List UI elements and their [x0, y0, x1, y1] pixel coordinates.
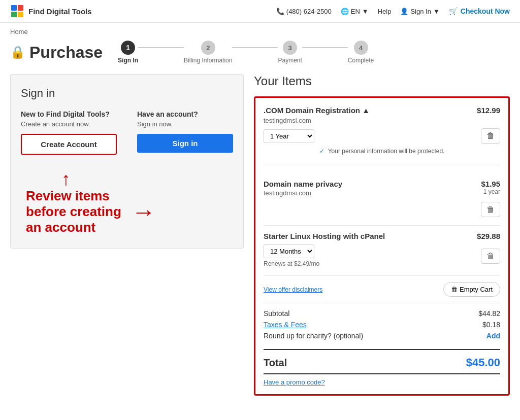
create-account-button[interactable]: Create Account [21, 134, 117, 155]
have-label: Have an account? [137, 110, 233, 118]
domain-duration-select[interactable]: 1 Year 2 Years 5 Years [264, 129, 314, 143]
trash-icon: 🗑 [451, 286, 458, 293]
globe-icon: 🌐 [341, 8, 349, 15]
phone-icon: 📞 [276, 8, 284, 15]
privacy-item-name: Domain name privacy [264, 180, 342, 188]
hosting-name: Starter Linux Hosting with cPanel [264, 232, 385, 240]
privacy-item-price: $1.95 [481, 180, 500, 188]
taxes-link[interactable]: Taxes & Fees [264, 321, 307, 329]
hosting-price: $29.88 [477, 232, 500, 240]
svg-rect-3 [18, 12, 23, 17]
taxes-row: Taxes & Fees $0.18 [264, 321, 500, 329]
items-box: .COM Domain Registration ▲ $12.99 testin… [254, 96, 510, 396]
step-circle-1: 1 [121, 41, 135, 55]
subtotal-row: Subtotal $44.82 [264, 309, 500, 318]
items-title: Your Items [254, 74, 510, 88]
hosting-delete-button[interactable]: 🗑 [481, 249, 500, 264]
hosting-duration-select[interactable]: 12 Months 24 Months 36 Months [264, 244, 314, 258]
subtotal-label: Subtotal [264, 309, 289, 318]
have-sub: Sign in now. [137, 120, 233, 128]
hosting-select-col: 12 Months 24 Months 36 Months Renews at … [264, 244, 319, 267]
step-1: 1 Sign In [118, 41, 138, 64]
checkout-button[interactable]: 🛒 Checkout Now [449, 7, 510, 15]
logo-text: Find Digital Tools [28, 7, 92, 16]
logo-icon [10, 4, 24, 18]
header-right: 📞 (480) 624-2500 🌐 EN ▼ Help 👤 Sign In ▼… [276, 7, 510, 15]
hosting-item: Starter Linux Hosting with cPanel $29.88… [264, 226, 500, 276]
signin-title: Sign in [21, 87, 233, 100]
svg-rect-1 [18, 5, 23, 11]
taxes-value: $0.18 [482, 321, 500, 329]
annotation-row: Review itemsbefore creatingan account → [21, 188, 233, 236]
step-label-1: Sign In [118, 57, 138, 64]
step-4: 4 Complete [348, 41, 374, 64]
step-2: 2 Billing Information [184, 41, 232, 64]
have-account-col: Have an account? Sign in now. Sign in [137, 110, 233, 155]
privacy-item-period: 1 year [481, 188, 500, 195]
phone-number: 📞 (480) 624-2500 [276, 8, 332, 15]
checkmark-icon: ✓ [319, 148, 324, 155]
chevron-down-icon2: ▼ [433, 8, 440, 15]
domain-delete-button[interactable]: 🗑 [481, 128, 500, 144]
domain-duration-row: 1 Year 2 Years 5 Years 🗑 [264, 128, 500, 144]
annotation-area: ↑ Review itemsbefore creatingan account … [21, 170, 233, 236]
total-label: Total [264, 357, 287, 369]
empty-cart-button[interactable]: 🗑 Empty Cart [443, 282, 500, 297]
help-link[interactable]: Help [378, 8, 392, 15]
domain-item-domain: testingdmsi.com [264, 117, 500, 124]
annotation-text: Review itemsbefore creatingan account [26, 188, 121, 236]
view-disclaimers-link[interactable]: View offer disclaimers [264, 286, 322, 293]
main-container: 🔒 Purchase 1 Sign In 2 Billing Informati… [0, 41, 520, 411]
subtotals: Subtotal $44.82 Taxes & Fees $0.18 Round… [264, 303, 500, 350]
signin-panel: Sign in New to Find Digital Tools? Creat… [10, 74, 244, 249]
arrow-right-icon: → [132, 198, 156, 226]
step-label-3: Payment [278, 57, 302, 64]
privacy-item-left: Domain name privacy testingdmsi.com [264, 180, 342, 197]
privacy-delete-row: 🗑 [264, 202, 500, 217]
step-line-2-3 [232, 47, 278, 48]
arrow-up-icon: ↑ [61, 170, 233, 188]
step-label-2: Billing Information [184, 57, 232, 64]
total-row: Total $45.00 [264, 350, 500, 374]
promo-link[interactable]: Have a promo code? [264, 378, 325, 386]
privacy-delete-button[interactable]: 🗑 [481, 202, 500, 217]
logo[interactable]: Find Digital Tools [10, 4, 92, 18]
signin-button[interactable]: Sign in [137, 134, 233, 153]
privacy-notice: ✓ Your personal information will be prot… [264, 144, 500, 157]
domain-item-name: .COM Domain Registration ▲ [264, 106, 370, 115]
chevron-up-icon: ▲ [362, 106, 370, 115]
domain-registration-item: .COM Domain Registration ▲ $12.99 testin… [264, 106, 500, 165]
hosting-select-row: 12 Months 24 Months 36 Months Renews at … [264, 244, 500, 267]
page-title-area: 🔒 Purchase 1 Sign In 2 Billing Informati… [10, 41, 510, 64]
header: Find Digital Tools 📞 (480) 624-2500 🌐 EN… [0, 0, 520, 23]
signin-link[interactable]: 👤 Sign In ▼ [400, 8, 439, 15]
privacy-item-price-col: $1.95 1 year [481, 180, 500, 195]
step-line-3-4 [302, 47, 348, 48]
domain-privacy-item: Domain name privacy testingdmsi.com $1.9… [264, 173, 500, 226]
new-account-col: New to Find Digital Tools? Create an acc… [21, 110, 117, 155]
add-link[interactable]: Add [486, 332, 500, 340]
page-title: 🔒 Purchase [10, 43, 103, 62]
step-line-1-2 [138, 47, 184, 48]
total-value: $45.00 [466, 356, 500, 369]
round-up-label: Round up for charity? (optional) [264, 332, 363, 340]
two-col-layout: Sign in New to Find Digital Tools? Creat… [10, 74, 510, 396]
svg-rect-2 [11, 12, 17, 17]
new-label: New to Find Digital Tools? [21, 110, 117, 118]
privacy-item-domain: testingdmsi.com [264, 189, 342, 197]
domain-item-price: $12.99 [477, 106, 500, 115]
hosting-header: Starter Linux Hosting with cPanel $29.88 [264, 232, 500, 240]
svg-rect-0 [11, 5, 17, 11]
chevron-down-icon: ▼ [362, 8, 369, 15]
cart-actions: View offer disclaimers 🗑 Empty Cart [264, 276, 500, 303]
renews-text: Renews at $2.49/mo [264, 260, 319, 267]
items-panel: Your Items .COM Domain Registration ▲ $1… [254, 74, 510, 396]
step-circle-3: 3 [283, 41, 297, 55]
step-circle-4: 4 [354, 41, 368, 55]
round-up-row: Round up for charity? (optional) Add [264, 332, 500, 340]
progress-steps: 1 Sign In 2 Billing Information 3 Paymen… [118, 41, 510, 64]
cart-icon: 🛒 [449, 7, 458, 15]
language-selector[interactable]: 🌐 EN ▼ [341, 8, 369, 15]
lock-icon: 🔒 [10, 45, 25, 59]
user-icon: 👤 [400, 8, 408, 15]
